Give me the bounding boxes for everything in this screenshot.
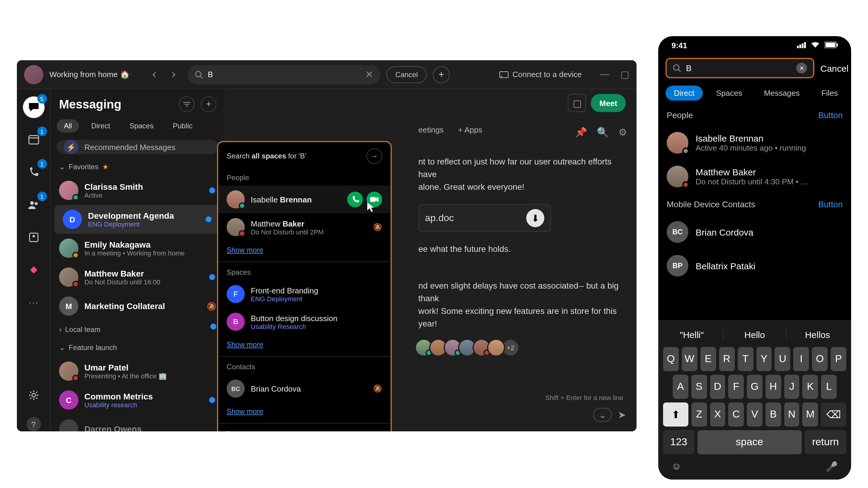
conv-item[interactable]: M Marketing Collateral 🔕 — [51, 292, 225, 321]
mobile-section-button[interactable]: Button — [818, 199, 843, 209]
sidebar-tab-direct[interactable]: Direct — [84, 119, 118, 133]
search-cancel-button[interactable]: Cancel — [386, 66, 427, 83]
sidebar-tab-all[interactable]: All — [57, 119, 79, 133]
mobile-contact-item[interactable]: BP Bellatrix Pataki — [658, 249, 851, 283]
mobile-search-input[interactable] — [686, 63, 792, 73]
key-m[interactable]: M — [803, 402, 818, 427]
show-more-button[interactable]: Show more — [218, 335, 391, 354]
key-i[interactable]: I — [794, 347, 809, 371]
conv-item[interactable]: Matthew BakerDo Not Disturb until 16:00 — [51, 263, 225, 292]
dd-person-item[interactable]: Matthew BakerDo Not Disturb until 2PM 🔕 — [218, 213, 391, 241]
sidebar-new-button[interactable]: + — [201, 96, 216, 112]
dd-space-item[interactable]: B Button design discussionUsability Rese… — [218, 308, 391, 335]
key-l[interactable]: L — [821, 375, 837, 399]
mobile-section-button[interactable]: Button — [818, 110, 843, 120]
rail-app[interactable] — [23, 259, 44, 281]
user-avatar[interactable] — [24, 65, 43, 84]
sidebar-tab-public[interactable]: Public — [165, 119, 199, 133]
show-more-button[interactable]: Show more — [218, 241, 391, 259]
settings-icon[interactable]: ⚙ — [618, 127, 627, 138]
search-input[interactable] — [208, 70, 361, 79]
key-h[interactable]: H — [766, 375, 781, 399]
mobile-person-item[interactable]: Isabelle BrennanActive 40 minutes ago • … — [658, 126, 851, 160]
key-return[interactable]: return — [805, 430, 846, 454]
key-e[interactable]: E — [701, 347, 716, 371]
search-go-button[interactable]: → — [367, 148, 382, 164]
sidebar-tab-spaces[interactable]: Spaces — [122, 119, 161, 133]
key-k[interactable]: K — [803, 375, 818, 399]
nav-back-button[interactable] — [147, 67, 162, 82]
conv-item[interactable]: Clarissa SmithActive — [51, 176, 225, 205]
key-o[interactable]: O — [812, 347, 828, 371]
key-space[interactable]: space — [698, 430, 802, 454]
emoji-button[interactable]: ☺ — [672, 461, 681, 472]
dd-contact-item[interactable]: BC Brian Cordova 🔕 — [218, 375, 391, 402]
key-c[interactable]: C — [728, 402, 744, 427]
rail-more[interactable]: ⋯ — [23, 292, 44, 313]
search-content-icon[interactable]: 🔍 — [597, 127, 609, 138]
keyboard-suggestion[interactable]: Hello — [724, 329, 786, 339]
mobile-search-bar[interactable]: ✕ — [665, 58, 814, 78]
keyboard-suggestion[interactable]: Hellos — [786, 329, 849, 339]
section-local-team[interactable]: › Local team — [51, 321, 225, 338]
main-tab-apps[interactable]: + Apps — [458, 125, 482, 134]
search-all-spaces[interactable]: Search all spaces for 'B' — [227, 152, 306, 160]
compose-expand-button[interactable]: ⌄ — [593, 408, 612, 421]
pin-icon[interactable]: 📌 — [575, 127, 587, 138]
mobile-tab-direct[interactable]: Direct — [665, 86, 703, 101]
meet-button[interactable]: Meet — [591, 94, 626, 112]
key-g[interactable]: G — [747, 375, 763, 399]
key-d[interactable]: D — [710, 375, 725, 399]
key-y[interactable]: Y — [756, 347, 772, 371]
key-shift[interactable]: ⬆ — [663, 402, 688, 427]
rail-people[interactable]: 1 — [23, 194, 44, 216]
key-n[interactable]: N — [784, 402, 799, 427]
mobile-cancel-button[interactable]: Cancel — [820, 63, 848, 73]
rail-calendar[interactable]: 1 — [23, 129, 44, 151]
key-r[interactable]: R — [719, 347, 735, 371]
mobile-contact-item[interactable]: BC Brian Cordova — [658, 215, 851, 249]
dd-person-item[interactable]: Isabelle Brennan — [218, 186, 391, 213]
nav-forward-button[interactable] — [166, 67, 181, 82]
section-feature-launch[interactable]: ⌄ Feature launch — [51, 338, 225, 357]
search-bar[interactable]: ✕ — [187, 65, 380, 84]
window-maximize-button[interactable]: ▢ — [620, 69, 629, 80]
key-j[interactable]: J — [784, 375, 800, 399]
recommended-button[interactable]: ⚡ Recommended Messages — [57, 140, 219, 154]
mobile-tab-files[interactable]: Files — [813, 86, 846, 101]
dd-space-item[interactable]: F Front-end BrandingENG Deployment — [218, 280, 391, 308]
rail-help[interactable]: ? — [26, 417, 41, 431]
key-a[interactable]: A — [673, 375, 688, 399]
connect-device-button[interactable]: Connect to a device — [499, 70, 582, 79]
mobile-person-item[interactable]: Matthew BakerDo not Disturb until 4:30 P… — [658, 160, 851, 193]
conv-item[interactable]: C Common MetricsUsability research — [51, 386, 225, 415]
key-u[interactable]: U — [775, 347, 790, 371]
rail-messaging[interactable]: 5 — [23, 96, 44, 118]
file-attachment[interactable]: ap.doc ⬇ — [418, 204, 551, 232]
main-tab-meetings[interactable]: eetings — [418, 125, 444, 134]
search-clear-icon[interactable]: ✕ — [365, 69, 373, 80]
download-button[interactable]: ⬇ — [526, 209, 544, 227]
main-box-button[interactable]: ▢ — [568, 94, 586, 112]
mic-button[interactable]: 🎤 — [826, 461, 838, 472]
key-p[interactable]: P — [831, 347, 846, 371]
key-t[interactable]: T — [738, 347, 753, 371]
new-button[interactable]: + — [433, 66, 450, 83]
conv-item[interactable]: Darren Owens — [51, 415, 225, 431]
key-q[interactable]: Q — [663, 347, 679, 371]
call-button[interactable] — [347, 192, 363, 207]
section-favorites[interactable]: ⌄ Favorites ★ — [51, 158, 225, 176]
window-minimize-button[interactable]: — — [600, 69, 610, 80]
key-b[interactable]: B — [766, 402, 781, 427]
conv-item[interactable]: Umar PatelPresenting • At the office 🏢 — [51, 357, 225, 386]
send-button[interactable]: ➤ — [618, 409, 626, 420]
key-f[interactable]: F — [728, 375, 744, 399]
key-x[interactable]: X — [710, 402, 725, 427]
conv-item[interactable]: D Development AgendaENG Deployment — [54, 205, 221, 234]
key-s[interactable]: S — [691, 375, 707, 399]
rail-calls[interactable]: 1 — [23, 161, 44, 183]
key-z[interactable]: Z — [691, 402, 707, 427]
key-delete[interactable]: ⌫ — [821, 402, 846, 427]
conv-item[interactable]: Emily NakagawaIn a meeting • Working fro… — [51, 234, 225, 263]
key-123[interactable]: 123 — [663, 430, 694, 454]
